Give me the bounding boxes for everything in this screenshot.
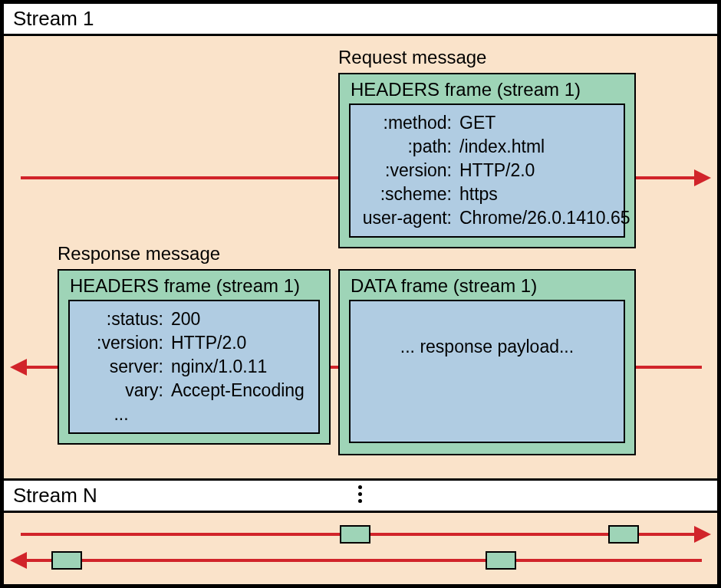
hdr-val	[171, 402, 309, 426]
hdr-key: :path:	[360, 135, 459, 159]
response-headers-body: :status:200 :version:HTTP/2.0 server:ngi…	[68, 300, 320, 434]
hdr-key: :scheme:	[360, 182, 459, 206]
response-message-label: Response message	[58, 243, 220, 264]
request-message-label: Request message	[338, 47, 486, 68]
hdr-val: Chrome/26.0.1410.65	[459, 206, 630, 230]
hdr-key: ...	[79, 402, 171, 426]
hdr-val: https	[459, 182, 614, 206]
ellipsis-streams-icon	[358, 485, 362, 503]
stream1-body: Request message HEADERS frame (stream 1)…	[4, 36, 717, 481]
streamN-body	[4, 513, 717, 584]
streamN-frame-box	[340, 525, 370, 544]
hdr-val: HTTP/2.0	[171, 331, 309, 355]
hdr-key: user-agent:	[360, 206, 459, 230]
hdr-val: GET	[459, 111, 614, 135]
request-headers-body: :method:GET :path:/index.html :version:H…	[349, 103, 625, 238]
hdr-val: nginx/1.0.11	[171, 355, 309, 379]
hdr-key: vary:	[79, 379, 171, 402]
diagram-container: Stream 1 Request message HEADERS frame (…	[0, 0, 721, 588]
hdr-key: :version:	[79, 331, 171, 355]
response-arrow-head	[10, 359, 27, 376]
stream1-header: Stream 1	[4, 4, 717, 36]
response-headers-frame: HEADERS frame (stream 1) :status:200 :ve…	[58, 269, 331, 445]
hdr-val: Accept-Encoding	[171, 379, 309, 402]
response-data-title: DATA frame (stream 1)	[340, 271, 634, 300]
streamN-response-arrow	[27, 559, 702, 562]
request-headers-frame: HEADERS frame (stream 1) :method:GET :pa…	[338, 73, 636, 248]
response-data-body: ... response payload...	[349, 300, 625, 443]
hdr-key: :version:	[360, 159, 459, 182]
hdr-key: server:	[79, 355, 171, 379]
response-data-frame: DATA frame (stream 1) ... response paylo…	[338, 269, 636, 455]
hdr-val: HTTP/2.0	[459, 159, 614, 182]
request-headers-title: HEADERS frame (stream 1)	[340, 74, 634, 103]
hdr-val: 200	[171, 307, 309, 331]
hdr-val: /index.html	[459, 135, 614, 159]
streamN-frame-box	[608, 525, 639, 544]
request-arrow-head	[694, 169, 711, 186]
hdr-key: :status:	[79, 307, 171, 331]
hdr-key: :method:	[360, 111, 459, 135]
response-headers-title: HEADERS frame (stream 1)	[59, 271, 329, 300]
streamN-request-arrow-head	[694, 526, 711, 543]
streamN-frame-box	[486, 551, 516, 570]
payload-text: ... response payload...	[400, 337, 574, 356]
streamN-response-arrow-head	[10, 552, 27, 569]
streamN-frame-box	[51, 551, 82, 570]
